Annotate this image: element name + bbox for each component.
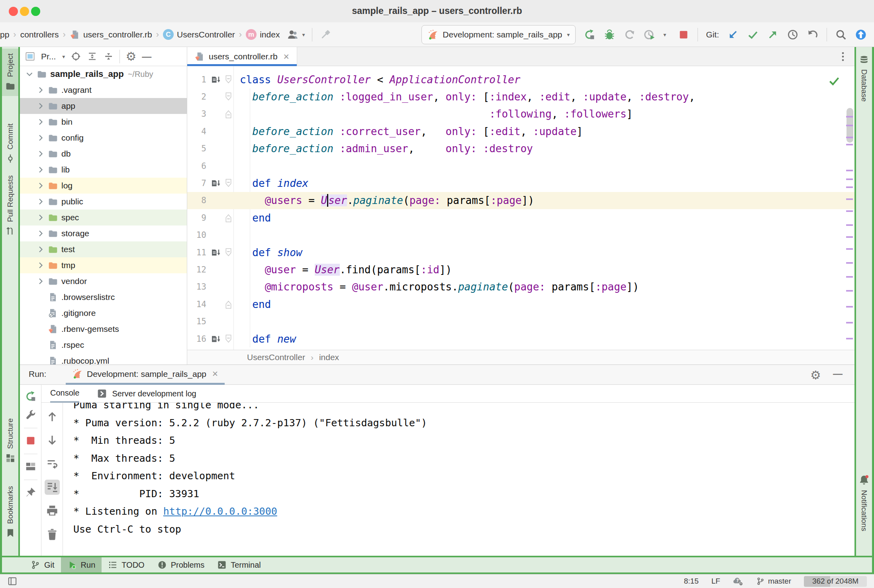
code-line-10[interactable]: 10: [187, 227, 854, 244]
restore-layout-button[interactable]: [25, 461, 37, 472]
tree-item--vagrant[interactable]: .vagrant: [20, 82, 187, 98]
console-link[interactable]: http://0.0.0.0:3000: [163, 506, 277, 517]
fold-marker-icon[interactable]: [223, 108, 233, 120]
breadcrumb-item[interactable]: users_controller.rb: [70, 29, 152, 40]
stop-button[interactable]: [678, 29, 690, 41]
breadcrumb-item[interactable]: controllers: [20, 30, 59, 39]
commit-button[interactable]: [747, 29, 759, 41]
code-area[interactable]: 1class UsersController < ApplicationCont…: [187, 66, 854, 350]
tool-window-button-todo[interactable]: TODO: [102, 557, 151, 572]
chevron-down-icon[interactable]: ▾: [62, 53, 65, 60]
tool-window-layout-icon[interactable]: [7, 576, 18, 586]
tool-window-button-git[interactable]: Git: [24, 557, 61, 572]
chevron-down-icon[interactable]: ▾: [663, 29, 670, 41]
hide-panel-button[interactable]: —: [833, 368, 843, 379]
stop-button[interactable]: [25, 435, 37, 447]
tree-item--rbenv-gemsets[interactable]: .rbenv-gemsets: [20, 321, 187, 337]
push-button[interactable]: [767, 29, 779, 41]
up-stack-trace-button[interactable]: [45, 409, 60, 424]
build-button[interactable]: [319, 29, 331, 41]
code-line-9[interactable]: 9 end: [187, 209, 854, 226]
tool-window-button-bookmarks[interactable]: Bookmarks: [2, 481, 18, 543]
tool-window-button-pull-requests[interactable]: Pull Requests: [2, 171, 18, 241]
fold-marker-icon[interactable]: [223, 178, 233, 189]
code-line-4[interactable]: 4 before_action :correct_user, only: [:e…: [187, 123, 854, 140]
collapse-all-button[interactable]: [103, 51, 114, 62]
rollback-button[interactable]: [807, 29, 819, 41]
expand-all-button[interactable]: [87, 51, 98, 62]
fold-marker-icon[interactable]: [223, 299, 233, 310]
close-tab-icon[interactable]: ✕: [212, 369, 218, 378]
profiler-button[interactable]: [643, 29, 655, 41]
rerun-button[interactable]: [25, 390, 37, 402]
code-line-16[interactable]: 16 def new: [187, 330, 854, 347]
run-button[interactable]: [584, 29, 596, 41]
memory-indicator[interactable]: 362 of 2048M: [804, 576, 867, 587]
code-line-7[interactable]: 7 def index: [187, 174, 854, 192]
breadcrumb-method[interactable]: index: [319, 353, 339, 362]
gear-icon[interactable]: ⚙: [810, 368, 821, 382]
scroll-to-end-button[interactable]: [45, 480, 60, 495]
tree-item-sample-rails-app[interactable]: sample_rails_app~/Ruby: [20, 66, 187, 82]
tool-window-button-structure[interactable]: Structure: [2, 414, 18, 468]
rails-related-file-icon[interactable]: [209, 334, 223, 344]
pin-tab-button[interactable]: [25, 486, 37, 498]
history-button[interactable]: [787, 29, 799, 41]
fold-marker-icon[interactable]: [223, 333, 233, 345]
print-button[interactable]: [45, 503, 60, 518]
tree-item-tmp[interactable]: tmp: [20, 257, 187, 273]
rails-related-file-icon[interactable]: [209, 74, 223, 85]
fold-marker-icon[interactable]: [223, 212, 233, 223]
update-project-button[interactable]: [727, 29, 739, 41]
code-line-13[interactable]: 13 @microposts = @user.microposts.pagina…: [187, 278, 854, 296]
console-output[interactable]: Puma starting in single mode...* Puma ve…: [63, 403, 854, 556]
tool-window-button-database[interactable]: Database: [856, 50, 872, 106]
ide-update-icon[interactable]: [855, 29, 867, 41]
line-separator[interactable]: LF: [711, 577, 720, 586]
tree-item--rspec[interactable]: .rspec: [20, 337, 187, 353]
tool-window-button-run[interactable]: Run: [61, 557, 102, 572]
tree-item-lib[interactable]: lib: [20, 162, 187, 178]
fold-marker-icon[interactable]: [223, 74, 233, 85]
code-line-1[interactable]: 1class UsersController < ApplicationCont…: [187, 71, 854, 88]
tool-window-button-project[interactable]: Project: [2, 49, 18, 96]
breadcrumb-item[interactable]: pp: [0, 30, 9, 39]
soft-wrap-button[interactable]: [45, 456, 60, 471]
interpreter-status-icon[interactable]: ?: [733, 576, 743, 586]
tree-item-db[interactable]: db: [20, 146, 187, 162]
debug-button[interactable]: [604, 29, 615, 41]
inspections-ok-icon[interactable]: [828, 75, 840, 87]
code-line-8[interactable]: 8 @users = User.paginate(page: params[:p…: [187, 192, 854, 209]
tree-item--gitignore[interactable]: .gitignore: [20, 305, 187, 321]
caret-position[interactable]: 8:15: [684, 577, 699, 586]
breadcrumb-class[interactable]: UsersController: [247, 353, 305, 362]
tree-item--rubocop-yml[interactable]: .rubocop.yml: [20, 353, 187, 365]
code-line-6[interactable]: 6: [187, 157, 854, 174]
run-with-coverage-button[interactable]: [623, 29, 635, 41]
code-line-14[interactable]: 14 end: [187, 296, 854, 313]
code-line-15[interactable]: 15: [187, 313, 854, 330]
console-line[interactable]: * Listening on http://0.0.0.0:3000: [73, 503, 854, 521]
breadcrumb-item[interactable]: mindex: [246, 29, 280, 40]
run-settings-button[interactable]: [25, 409, 37, 421]
clear-console-button[interactable]: [45, 527, 60, 542]
select-opened-file-button[interactable]: [71, 51, 81, 62]
reader-mode-users-icon[interactable]: [287, 29, 299, 41]
git-branch-widget[interactable]: master: [756, 577, 791, 586]
chevron-down-icon[interactable]: ▾: [302, 31, 305, 38]
tree-item-storage[interactable]: storage: [20, 225, 187, 241]
hide-panel-button[interactable]: —: [142, 51, 151, 62]
code-line-12[interactable]: 12 @user = User.find(params[:id]): [187, 261, 854, 278]
tool-window-button-problems[interactable]: Problems: [151, 557, 211, 572]
tree-item-app[interactable]: app: [20, 98, 187, 114]
gear-icon[interactable]: ⚙: [125, 51, 136, 63]
tree-item-vendor[interactable]: vendor: [20, 273, 187, 289]
code-line-5[interactable]: 5 before_action :admin_user, only: :dest…: [187, 140, 854, 157]
tree-item-config[interactable]: config: [20, 130, 187, 146]
rails-related-file-icon[interactable]: [209, 247, 223, 258]
tab-console[interactable]: Console: [50, 385, 79, 403]
project-view-icon[interactable]: [25, 51, 35, 62]
down-stack-trace-button[interactable]: [45, 433, 60, 448]
fold-marker-icon[interactable]: [223, 91, 233, 102]
tool-window-button-notifications[interactable]: Notifications: [856, 469, 872, 536]
